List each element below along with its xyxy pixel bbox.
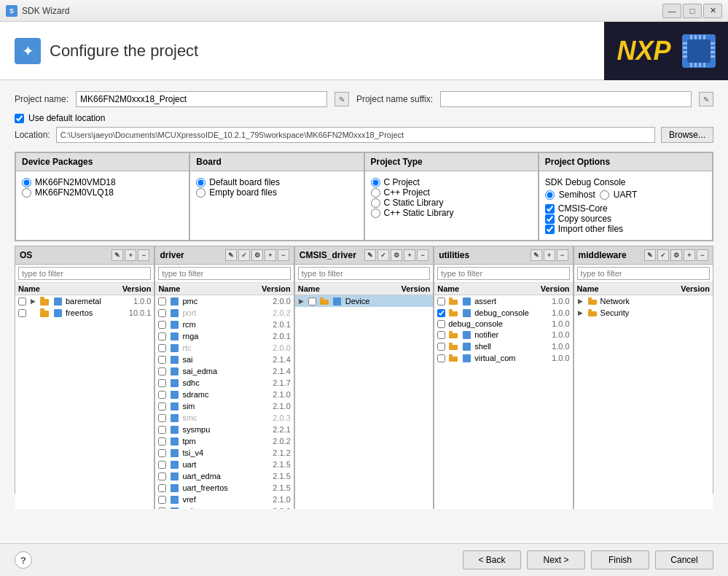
os-filter-input[interactable] (18, 267, 151, 280)
driver-cb-18[interactable] (158, 507, 166, 510)
utilities-filter-input[interactable] (437, 267, 569, 280)
util-add-btn[interactable]: + (544, 249, 555, 261)
project-name-input[interactable] (76, 91, 327, 107)
os-expand-1[interactable]: ▶ (29, 309, 36, 316)
board-option-0[interactable]: Default board files (196, 177, 357, 187)
cmsis-check-btn[interactable]: ✓ (377, 249, 389, 261)
list-item[interactable]: ▶ Security (574, 307, 713, 319)
driver-cb-17[interactable] (158, 496, 166, 504)
util-minus-btn[interactable]: − (557, 249, 568, 261)
project-type-radio-2[interactable] (371, 198, 380, 208)
list-item[interactable]: ▶ Network (574, 295, 713, 307)
list-item[interactable]: rnga2.0.1 (155, 330, 293, 342)
list-item[interactable]: sai2.1.4 (155, 354, 293, 365)
cmsis-driver-filter-input[interactable] (298, 267, 430, 280)
os-item-checkbox-0[interactable] (18, 297, 26, 305)
copy-sources-checkbox[interactable] (545, 214, 555, 224)
cmsis-gear-btn[interactable]: ⚙ (391, 249, 402, 261)
device-package-option-0[interactable]: MK66FN2M0VMD18 (22, 177, 183, 187)
cmsis-edit-btn[interactable]: ✎ (364, 249, 376, 261)
cmsis-expand-0[interactable]: ▶ (298, 297, 305, 305)
util-edit-btn[interactable]: ✎ (531, 249, 542, 261)
maximize-button[interactable]: □ (683, 4, 702, 18)
list-item[interactable]: sai_edma2.1.4 (155, 365, 293, 377)
driver-cb-12[interactable] (158, 437, 166, 445)
project-type-radio-1[interactable] (371, 188, 380, 198)
device-package-radio-1[interactable] (22, 188, 31, 198)
board-radio-1[interactable] (196, 188, 206, 198)
cmsis-core-checkbox[interactable] (545, 204, 555, 214)
help-button[interactable]: ? (15, 551, 32, 569)
list-item[interactable]: shell1.0.0 (434, 340, 572, 352)
driver-add-btn[interactable]: + (265, 249, 276, 261)
driver-cb-16[interactable] (158, 484, 166, 492)
list-item[interactable]: vref2.1.0 (155, 494, 293, 505)
copy-sources-option[interactable]: Copy sources (545, 214, 706, 224)
project-type-option-1[interactable]: C++ Project (371, 187, 532, 198)
driver-cb-1[interactable] (158, 309, 166, 317)
driver-edit-btn[interactable]: ✎ (225, 249, 237, 261)
close-button[interactable]: ✕ (703, 4, 722, 18)
mw-add-btn[interactable]: + (684, 249, 695, 261)
driver-cb-6[interactable] (158, 367, 166, 375)
uart-radio[interactable] (600, 190, 609, 200)
driver-gear-btn[interactable]: ⚙ (251, 249, 263, 261)
list-item[interactable]: pmc2.0.0 (155, 295, 293, 307)
list-item[interactable]: debug_console1.0.0 (434, 319, 572, 329)
driver-cb-3[interactable] (158, 332, 166, 340)
util-cb-0[interactable] (437, 297, 445, 305)
list-item[interactable]: assert1.0.0 (434, 295, 572, 307)
cmsis-cb-0[interactable] (308, 297, 316, 305)
driver-cb-13[interactable] (158, 449, 166, 457)
device-package-radio-0[interactable] (22, 178, 31, 187)
list-item[interactable]: wdog2.0.0 (155, 505, 293, 509)
board-radio-0[interactable] (196, 178, 206, 187)
util-cb-2[interactable] (437, 320, 445, 328)
list-item[interactable]: ▶ freertos 10.0.1 (15, 307, 154, 319)
project-name-edit-button[interactable]: ✎ (334, 92, 349, 106)
list-item[interactable]: smc2.0.3 (155, 412, 293, 424)
project-type-option-0[interactable]: C Project (371, 177, 532, 187)
list-item[interactable]: rtc2.0.0 (155, 342, 293, 354)
project-type-option-2[interactable]: C Static Library (371, 198, 532, 208)
mw-minus-btn[interactable]: − (697, 249, 708, 261)
list-item[interactable]: uart2.1.5 (155, 459, 293, 470)
list-item[interactable]: ▶ baremetal 1.0.0 (15, 295, 154, 307)
util-cb-5[interactable] (437, 354, 445, 362)
driver-cb-9[interactable] (158, 402, 166, 410)
import-files-checkbox[interactable] (545, 225, 555, 234)
driver-check-btn[interactable]: ✓ (238, 249, 250, 261)
mw-expand-0[interactable]: ▶ (577, 297, 584, 305)
driver-cb-7[interactable] (158, 379, 166, 387)
list-item[interactable]: notifier1.0.0 (434, 329, 572, 340)
util-cb-4[interactable] (437, 343, 445, 351)
list-item[interactable]: uart_edma2.1.5 (155, 470, 293, 482)
list-item[interactable]: sim2.1.0 (155, 400, 293, 412)
board-option-1[interactable]: Empty board files (196, 187, 357, 198)
use-default-location-checkbox[interactable] (15, 114, 24, 123)
list-item[interactable]: sdhc2.1.7 (155, 377, 293, 389)
driver-cb-4[interactable] (158, 344, 166, 352)
os-item-checkbox-1[interactable] (18, 309, 26, 317)
mw-check-btn[interactable]: ✓ (657, 249, 669, 261)
mw-expand-1[interactable]: ▶ (577, 309, 584, 316)
minimize-button[interactable]: — (662, 4, 681, 18)
list-item[interactable]: rcm2.0.1 (155, 319, 293, 330)
list-item[interactable]: tpm2.0.2 (155, 435, 293, 447)
list-item[interactable]: tsi_v42.1.2 (155, 447, 293, 459)
list-item[interactable]: ▶ Device (295, 295, 433, 307)
util-cb-1[interactable] (437, 309, 445, 317)
list-item[interactable]: virtual_com1.0.0 (434, 352, 572, 364)
driver-cb-10[interactable] (158, 414, 166, 422)
project-suffix-input[interactable] (440, 91, 692, 107)
driver-cb-8[interactable] (158, 391, 166, 399)
location-input[interactable] (56, 127, 655, 143)
project-suffix-edit-button[interactable]: ✎ (699, 92, 713, 106)
driver-minus-btn[interactable]: − (278, 249, 289, 261)
back-button[interactable]: < Back (463, 550, 521, 569)
cmsis-core-option[interactable]: CMSIS-Core (545, 203, 706, 214)
project-type-radio-0[interactable] (371, 178, 380, 187)
driver-cb-14[interactable] (158, 461, 166, 469)
project-type-option-3[interactable]: C++ Static Library (371, 208, 532, 218)
list-item[interactable]: port2.0.2 (155, 307, 293, 319)
